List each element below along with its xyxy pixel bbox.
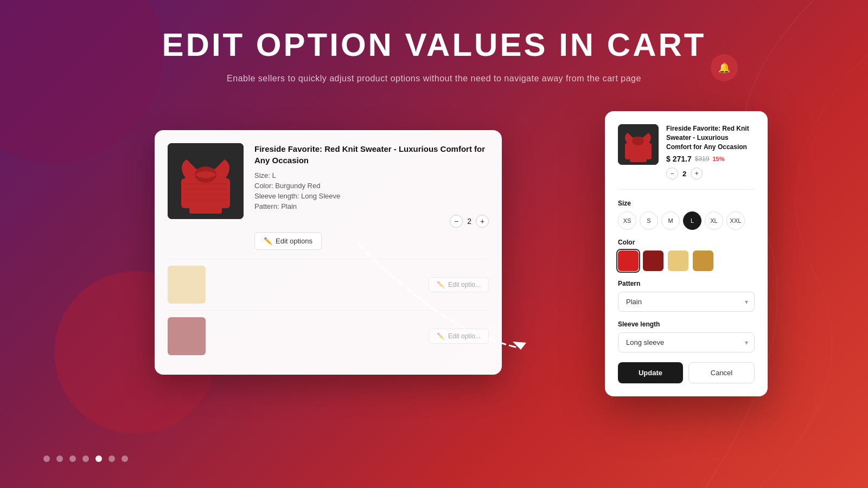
sleeve-option-text: Sleeve length: Long Sleeve: [254, 192, 489, 200]
cart-row-faded-2: ✏️ Edit optio...: [168, 310, 489, 362]
size-option-text: Size: L: [254, 171, 489, 179]
svg-marker-10: [513, 342, 526, 350]
modal-qty-decrease[interactable]: −: [666, 168, 678, 179]
page-subtitle: Enable sellers to quickly adjust product…: [152, 74, 716, 84]
dot-2[interactable]: [69, 455, 76, 462]
modal-buttons: Update Cancel: [618, 362, 755, 383]
bg-decoration-circle-1: [0, 0, 163, 163]
pattern-section: Pattern Plain Striped Checkered ▾: [618, 280, 755, 312]
color-options: [618, 251, 755, 271]
dot-4[interactable]: [95, 455, 102, 462]
sleeve-dropdown[interactable]: Long sleeve Short sleeve Sleeveless: [618, 332, 755, 352]
edit-options-button[interactable]: ✏️ Edit options: [254, 232, 322, 250]
cart-item-row: Fireside Favorite: Red Knit Sweater - Lu…: [168, 143, 489, 250]
edit-options-button-3[interactable]: ✏️ Edit optio...: [429, 329, 489, 344]
size-label: Size: [618, 200, 755, 207]
pattern-label: Pattern: [618, 280, 755, 287]
color-label: Color: [618, 239, 755, 246]
svg-rect-15: [646, 143, 652, 159]
pencil-icon: ✏️: [264, 237, 272, 245]
page-title: EDIT OPTION VALUES IN CART: [152, 27, 716, 63]
pencil-icon-2: ✏️: [437, 281, 445, 288]
modal-product-title: Fireside Favorite: Red Knit Sweater - Lu…: [666, 124, 755, 151]
pagination-dots: [43, 455, 128, 462]
color-tan[interactable]: [693, 251, 713, 271]
pattern-option-text: Pattern: Plain: [254, 202, 489, 210]
size-s[interactable]: S: [640, 211, 658, 230]
sleeve-dropdown-wrapper: Long sleeve Short sleeve Sleeveless ▾: [618, 332, 755, 352]
price-discount: 15%: [712, 156, 724, 162]
edit-options-label-3: Edit optio...: [448, 332, 481, 340]
svg-rect-14: [625, 143, 631, 159]
svg-rect-16: [630, 156, 647, 162]
sleeve-label: Sleeve length: [618, 320, 755, 328]
color-section: Color: [618, 239, 755, 271]
edit-options-label: Edit options: [276, 237, 312, 245]
svg-rect-5: [189, 203, 222, 214]
color-yellow[interactable]: [668, 251, 688, 271]
modal-qty-row: − 2 +: [666, 168, 755, 179]
dot-0[interactable]: [43, 455, 50, 462]
modal-product-header: Fireside Favorite: Red Knit Sweater - Lu…: [618, 124, 755, 190]
modal-product-info: Fireside Favorite: Red Knit Sweater - Lu…: [666, 124, 755, 179]
dot-3[interactable]: [82, 455, 89, 462]
sleeve-section: Sleeve length Long sleeve Short sleeve S…: [618, 320, 755, 352]
color-red[interactable]: [618, 251, 639, 271]
pattern-dropdown-wrapper: Plain Striped Checkered ▾: [618, 292, 755, 312]
modal-price-row: $ 271.7 $319 15%: [666, 155, 755, 163]
update-button[interactable]: Update: [618, 362, 683, 383]
size-l[interactable]: L: [683, 211, 701, 230]
size-section: Size XS S M L XL XXL: [618, 200, 755, 230]
faded-product-img-1: [168, 266, 206, 304]
pencil-icon-3: ✏️: [437, 332, 445, 340]
product-image: [168, 143, 244, 219]
notification-icon: 🔔: [718, 62, 730, 74]
edit-options-label-2: Edit optio...: [448, 281, 481, 288]
modal-qty-value: 2: [682, 170, 686, 178]
qty-increase-button[interactable]: +: [476, 215, 489, 228]
size-m[interactable]: M: [661, 211, 680, 230]
color-burgundy[interactable]: [643, 251, 663, 271]
qty-decrease-button[interactable]: −: [450, 215, 463, 228]
size-xxl[interactable]: XXL: [726, 211, 745, 230]
price-current: $ 271.7: [666, 155, 692, 163]
quantity-row: − 2 +: [254, 215, 489, 228]
svg-point-13: [632, 137, 644, 145]
product-title: Fireside Favorite: Red Knit Sweater - Lu…: [254, 143, 489, 166]
color-option-text: Color: Burgundy Red: [254, 182, 489, 190]
edit-options-button-2[interactable]: ✏️ Edit optio...: [429, 277, 489, 292]
pattern-dropdown[interactable]: Plain Striped Checkered: [618, 292, 755, 312]
dot-5[interactable]: [108, 455, 115, 462]
cancel-button[interactable]: Cancel: [688, 362, 755, 383]
modal-product-image: [618, 124, 659, 165]
faded-product-img-2: [168, 317, 206, 355]
size-options: XS S M L XL XXL: [618, 211, 755, 230]
modal-qty-increase[interactable]: +: [691, 168, 703, 179]
size-xl[interactable]: XL: [705, 211, 723, 230]
qty-value: 2: [467, 217, 471, 226]
header: EDIT OPTION VALUES IN CART Enable seller…: [152, 27, 716, 84]
cart-panel: Fireside Favorite: Red Knit Sweater - Lu…: [155, 130, 502, 375]
dot-1[interactable]: [56, 455, 63, 462]
price-old: $319: [695, 155, 710, 163]
size-xs[interactable]: XS: [618, 211, 636, 230]
edit-modal: Fireside Favorite: Red Knit Sweater - Lu…: [605, 111, 768, 396]
cart-row-faded-1: ✏️ Edit optio...: [168, 259, 489, 310]
product-details: Fireside Favorite: Red Knit Sweater - Lu…: [254, 143, 489, 250]
dot-6[interactable]: [122, 455, 128, 462]
